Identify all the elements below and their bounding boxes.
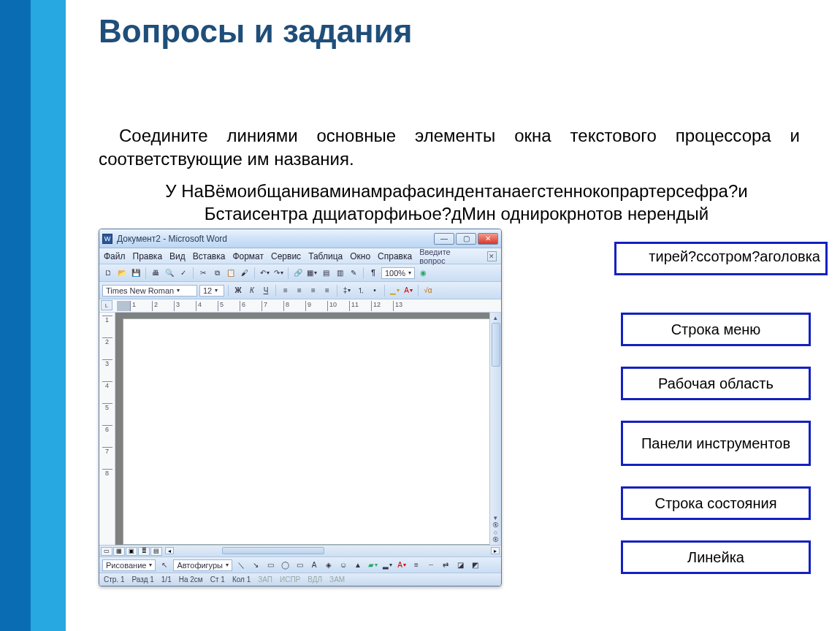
document-page[interactable]	[123, 318, 494, 545]
print-view-icon[interactable]: ▣	[126, 547, 137, 556]
answer-box-title-bar[interactable]: тирей?ссотром?аголовка	[614, 242, 828, 275]
font-color-icon[interactable]: A	[402, 285, 414, 297]
work-area[interactable]: 1 2 3 4 5 6 7 8 ▴ ▾ ⦿ ○ ⦿	[99, 313, 501, 545]
menu-edit[interactable]: Правка	[133, 251, 163, 261]
fill-color-icon[interactable]: ▰	[367, 559, 378, 571]
document-viewport[interactable]	[115, 313, 501, 545]
numbered-list-icon[interactable]: ⒈	[355, 285, 367, 297]
line-style-icon[interactable]: ≡	[411, 559, 422, 571]
standard-toolbar[interactable]: 🗋 📂 💾 🖶 🔍 ✓ ✂ ⧉ 📋 🖌 ↶ ↷ 🔗 ▦ ▤ ▥ ✎ ¶ 100%…	[99, 264, 501, 282]
menu-help[interactable]: Справка	[378, 251, 412, 261]
spellcheck-icon[interactable]: ✓	[177, 267, 189, 279]
menu-table[interactable]: Таблица	[308, 251, 343, 261]
answer-box-work-area[interactable]: Рабочая область	[621, 367, 811, 400]
font-size-combo[interactable]: 12	[199, 285, 224, 297]
link-icon[interactable]: 🔗	[292, 267, 304, 279]
italic-icon[interactable]: К	[246, 285, 258, 297]
drawing-icon[interactable]: ✎	[348, 267, 359, 279]
bullet-list-icon[interactable]: •	[369, 285, 381, 297]
menu-window[interactable]: Окно	[350, 251, 370, 261]
select-objects-icon[interactable]: ↖	[159, 559, 170, 571]
maximize-button[interactable]: ▢	[456, 233, 476, 245]
oval-icon[interactable]: ◯	[279, 559, 291, 571]
new-icon[interactable]: 🗋	[102, 267, 114, 279]
answer-box-menu-bar[interactable]: Строка меню	[621, 313, 811, 346]
line-icon[interactable]: ＼	[235, 559, 247, 571]
zoom-combo[interactable]: 100%	[381, 267, 415, 279]
equation-icon[interactable]: √α	[422, 285, 434, 297]
vertical-ruler[interactable]: 1 2 3 4 5 6 7 8	[99, 313, 115, 545]
reading-view-icon[interactable]: ▤	[150, 547, 162, 556]
save-icon[interactable]: 💾	[130, 267, 142, 279]
window-titlebar[interactable]: W Документ2 - Microsoft Word — ▢ ✕	[99, 229, 501, 248]
answer-box-ruler[interactable]: Линейка	[621, 540, 811, 574]
horizontal-scrollbar[interactable]: ◂ ▸	[164, 546, 501, 557]
autoshapes-menu[interactable]: Автофигуры	[173, 559, 232, 571]
rectangle-icon[interactable]: ▭	[264, 559, 276, 571]
close-button[interactable]: ✕	[478, 233, 498, 245]
copy-icon[interactable]: ⧉	[211, 267, 223, 279]
menu-bar[interactable]: Файл Правка Вид Вставка Формат Сервис Та…	[99, 248, 501, 264]
help-icon[interactable]: ◉	[417, 267, 429, 279]
textbox-icon[interactable]: ▭	[294, 559, 305, 571]
scroll-up-icon[interactable]: ▴	[494, 314, 497, 321]
menu-file[interactable]: Файл	[104, 251, 126, 261]
open-icon[interactable]: 📂	[116, 267, 128, 279]
wordart-icon[interactable]: A	[308, 559, 320, 571]
scroll-right-icon[interactable]: ▸	[491, 547, 500, 554]
shadow-icon[interactable]: ◪	[454, 559, 466, 571]
formatting-toolbar[interactable]: Times New Roman 12 Ж К Ч ≡ ≡ ≡ ≡ ‡ ⒈ • ▁…	[99, 282, 501, 299]
view-buttons[interactable]: ▭ ▦ ▣ ≣ ▤	[99, 546, 164, 557]
horizontal-ruler[interactable]: L 1 2 3 4 5 6 7 8 9 10 11 12 13	[99, 299, 501, 313]
preview-icon[interactable]: 🔍	[164, 267, 175, 279]
next-page-icon[interactable]: ⦿	[492, 536, 499, 543]
diagram-icon[interactable]: ◈	[323, 559, 335, 571]
columns-icon[interactable]: ▥	[334, 267, 345, 279]
excel-icon[interactable]: ▤	[320, 267, 332, 279]
underline-icon[interactable]: Ч	[260, 285, 272, 297]
cut-icon[interactable]: ✂	[197, 267, 209, 279]
menu-tools[interactable]: Сервис	[271, 251, 301, 261]
answer-box-status-bar[interactable]: Строка состояния	[621, 486, 811, 520]
drawing-menu[interactable]: Рисование	[102, 559, 156, 571]
scroll-down-icon[interactable]: ▾	[494, 514, 497, 521]
vertical-scrollbar[interactable]: ▴ ▾ ⦿ ○ ⦿	[489, 313, 501, 545]
menu-format[interactable]: Формат	[232, 251, 264, 261]
bold-icon[interactable]: Ж	[232, 285, 244, 297]
paste-icon[interactable]: 📋	[225, 267, 237, 279]
align-right-icon[interactable]: ≡	[308, 285, 319, 297]
scroll-thumb-h[interactable]	[222, 547, 324, 554]
font-color-draw-icon[interactable]: A	[396, 559, 408, 571]
minimize-button[interactable]: —	[434, 233, 454, 245]
print-icon[interactable]: 🖶	[150, 267, 161, 279]
format-painter-icon[interactable]: 🖌	[239, 267, 251, 279]
clipart-icon[interactable]: ☺	[337, 559, 349, 571]
prev-page-icon[interactable]: ⦿	[492, 521, 499, 529]
line-spacing-icon[interactable]: ‡	[341, 285, 353, 297]
table-insert-icon[interactable]: ▦	[306, 267, 318, 279]
outline-view-icon[interactable]: ≣	[138, 547, 150, 556]
scroll-thumb-v[interactable]	[492, 323, 500, 367]
normal-view-icon[interactable]: ▭	[101, 547, 112, 556]
web-view-icon[interactable]: ▦	[113, 547, 125, 556]
browse-object-icon[interactable]: ○	[494, 529, 497, 536]
dash-style-icon[interactable]: ┄	[425, 559, 437, 571]
font-name-combo[interactable]: Times New Roman	[102, 285, 197, 297]
answer-box-toolbars[interactable]: Панели инструментов	[621, 421, 811, 466]
close-doc-icon[interactable]: ✕	[487, 251, 497, 261]
ruler-corner[interactable]: L	[101, 300, 112, 310]
arrow-icon[interactable]: ↘	[250, 559, 261, 571]
menu-view[interactable]: Вид	[169, 251, 186, 261]
picture-icon[interactable]: ▲	[352, 559, 364, 571]
menu-insert[interactable]: Вставка	[193, 251, 226, 261]
redo-icon[interactable]: ↷	[272, 267, 284, 279]
arrow-style-icon[interactable]: ⇄	[440, 559, 451, 571]
scroll-left-icon[interactable]: ◂	[165, 547, 174, 554]
pilcrow-icon[interactable]: ¶	[367, 267, 379, 279]
drawing-toolbar[interactable]: Рисование ↖ Автофигуры ＼ ↘ ▭ ◯ ▭ A ◈ ☺ ▲…	[99, 557, 501, 573]
help-search[interactable]: Введите вопрос	[419, 248, 480, 265]
align-left-icon[interactable]: ≡	[280, 285, 291, 297]
align-center-icon[interactable]: ≡	[294, 285, 305, 297]
highlight-icon[interactable]: ▁	[389, 285, 400, 297]
line-color-icon[interactable]: ▂	[381, 559, 393, 571]
